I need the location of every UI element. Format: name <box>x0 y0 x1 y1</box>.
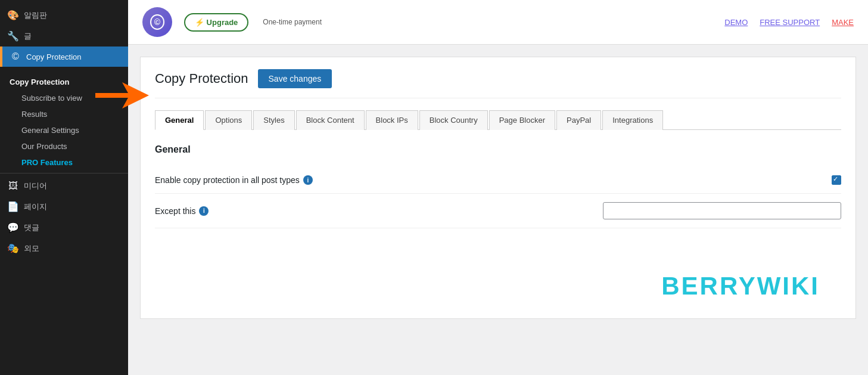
content-area: Copy Protection Save changes General Opt… <box>128 45 868 375</box>
page-header: Copy Protection Save changes <box>155 69 841 98</box>
sidebar-item-pages[interactable]: 📄 페이지 <box>0 196 128 217</box>
demo-link[interactable]: DEMO <box>724 18 748 27</box>
tab-block-country[interactable]: Block Country <box>419 110 488 130</box>
sidebar-item-comments[interactable]: 💬 댓글 <box>0 217 128 238</box>
free-support-link[interactable]: FREE SUPPORT <box>760 18 820 27</box>
except-this-input[interactable] <box>603 202 841 219</box>
appearance-icon: 🎭 <box>7 243 19 254</box>
posts-icon: 🔧 <box>7 30 19 42</box>
tab-paypal[interactable]: PayPal <box>556 110 601 130</box>
sidebar-item-our-products[interactable]: Our Products <box>0 138 128 154</box>
sidebar-item-appearance[interactable]: 🎭 외모 <box>0 238 128 259</box>
tab-block-content[interactable]: Block Content <box>296 110 365 130</box>
sidebar-item-copy-protection[interactable]: © Copy Protection <box>0 47 128 67</box>
save-changes-button[interactable]: Save changes <box>258 69 332 88</box>
main-content: © ⚡ Upgrade One-time payment DEMO FREE S… <box>128 0 868 375</box>
copy-protection-icon: © <box>10 51 21 62</box>
sidebar-item-general-settings[interactable]: General Settings <box>0 122 128 138</box>
dashboard-icon: 🎨 <box>7 10 19 21</box>
tab-page-blocker[interactable]: Page Blocker <box>489 110 555 130</box>
sidebar-item-dashboard[interactable]: 🎨 알림판 <box>0 5 128 26</box>
media-icon: 🖼 <box>7 181 19 191</box>
topbar-links: DEMO FREE SUPPORT MAKE <box>724 18 854 27</box>
arrow-indicator <box>95 82 149 111</box>
watermark: BERRYWIKI <box>661 272 820 300</box>
sidebar-item-posts[interactable]: 🔧 글 <box>0 26 128 47</box>
sidebar-top: 🎨 알림판 🔧 글 © Copy Protection <box>0 0 128 72</box>
svg-marker-0 <box>95 82 149 109</box>
sidebar-divider <box>0 173 128 173</box>
plugin-logo: © <box>142 7 172 37</box>
make-link[interactable]: MAKE <box>832 18 854 27</box>
tab-options[interactable]: Options <box>205 110 252 130</box>
page-title: Copy Protection <box>155 71 248 86</box>
topbar: © ⚡ Upgrade One-time payment DEMO FREE S… <box>128 0 868 45</box>
upgrade-button[interactable]: ⚡ Upgrade <box>184 13 248 32</box>
tab-block-ips[interactable]: Block IPs <box>366 110 418 130</box>
setting-control-except <box>603 202 841 219</box>
tab-integrations[interactable]: Integrations <box>602 110 663 130</box>
setting-label-enable-copy-protection: Enable copy protection in all post types… <box>155 175 832 185</box>
sidebar: 🎨 알림판 🔧 글 © Copy Protection Copy Protect… <box>0 0 128 375</box>
tabs-container: General Options Styles Block Content Blo… <box>155 110 841 130</box>
one-time-label: One-time payment <box>263 18 322 26</box>
info-icon-enable[interactable]: i <box>303 175 313 185</box>
tab-styles[interactable]: Styles <box>253 110 294 130</box>
setting-row-except-this: Except this i <box>155 194 841 228</box>
sidebar-item-pro-features[interactable]: PRO Features <box>0 154 128 171</box>
info-icon-except[interactable]: i <box>199 206 209 216</box>
setting-control-enable <box>832 175 841 185</box>
sidebar-item-media[interactable]: 🖼 미디어 <box>0 176 128 196</box>
tab-general[interactable]: General <box>155 110 204 130</box>
general-section: General Enable copy protection in all po… <box>155 144 841 228</box>
svg-text:©: © <box>154 17 161 27</box>
content-inner: Copy Protection Save changes General Opt… <box>140 57 856 319</box>
enable-copy-protection-checkbox[interactable] <box>832 175 841 185</box>
section-title-general: General <box>155 144 841 155</box>
setting-row-enable-copy-protection: Enable copy protection in all post types… <box>155 167 841 194</box>
comments-icon: 💬 <box>7 222 19 233</box>
pages-icon: 📄 <box>7 201 19 212</box>
setting-label-except-this: Except this i <box>155 206 603 216</box>
